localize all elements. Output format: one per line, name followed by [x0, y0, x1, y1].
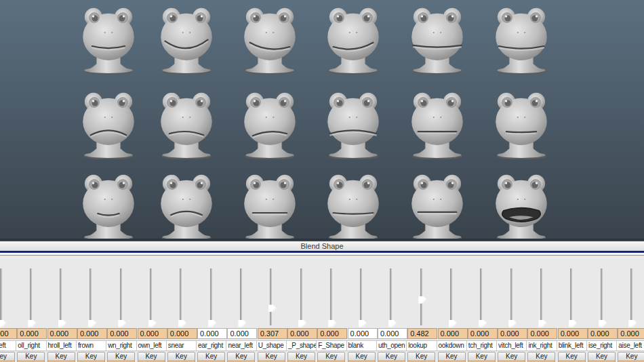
blend-slider-handle[interactable]: [298, 320, 307, 327]
target-name-label[interactable]: ear_right: [196, 340, 228, 351]
blend-slider-handle[interactable]: [508, 320, 517, 327]
key-button[interactable]: Key: [348, 352, 376, 361]
target-name-label[interactable]: frown: [76, 340, 108, 351]
weight-value-field[interactable]: 0.000: [227, 328, 257, 339]
key-button[interactable]: Key: [407, 352, 435, 361]
key-button[interactable]: Key: [47, 352, 75, 361]
key-button[interactable]: Key: [167, 352, 195, 361]
target-name-label[interactable]: vitch_left: [496, 340, 528, 351]
blend-slider-track[interactable]: [360, 268, 362, 325]
target-name-label[interactable]: tch_right: [466, 340, 498, 351]
key-button[interactable]: Key: [378, 352, 405, 361]
key-button[interactable]: Key: [287, 352, 315, 361]
weight-value-field[interactable]: 0.000: [107, 328, 137, 339]
key-button[interactable]: Key: [498, 352, 525, 361]
key-button[interactable]: Key: [0, 352, 15, 361]
blend-slider-handle[interactable]: [569, 320, 578, 327]
key-button[interactable]: Key: [227, 352, 255, 361]
frog-head-model[interactable]: [233, 170, 307, 241]
blend-slider-track[interactable]: [601, 268, 603, 325]
blend-slider-track[interactable]: [330, 268, 332, 325]
target-name-label[interactable]: _P_shape: [286, 340, 318, 351]
target-name-label[interactable]: oll_right: [16, 340, 47, 351]
key-button[interactable]: Key: [527, 352, 555, 361]
target-name-label[interactable]: own_left: [136, 340, 168, 351]
blend-slider-handle[interactable]: [178, 320, 187, 327]
blend-slider-track[interactable]: [540, 268, 542, 325]
blend-slider-handle[interactable]: [328, 320, 337, 327]
target-name-label[interactable]: wn_right: [106, 340, 138, 351]
blend-slider-track[interactable]: [0, 268, 2, 325]
blend-slider-track[interactable]: [480, 268, 482, 325]
key-button[interactable]: Key: [197, 352, 225, 361]
blend-slider-handle[interactable]: [359, 320, 367, 327]
target-name-label[interactable]: ile_left: [0, 340, 18, 351]
frog-head-model[interactable]: [400, 170, 475, 241]
blend-slider-track[interactable]: [510, 268, 512, 325]
frog-head-model[interactable]: [233, 88, 307, 159]
blend-slider-handle[interactable]: [0, 320, 7, 327]
blend-slider-handle[interactable]: [208, 320, 217, 327]
blend-slider-track[interactable]: [89, 268, 92, 325]
blend-slider-track[interactable]: [150, 268, 152, 325]
weight-value-field[interactable]: 0.000: [17, 328, 47, 339]
key-button[interactable]: Key: [258, 352, 285, 361]
frog-head-model[interactable]: [316, 88, 390, 159]
weight-value-field[interactable]: 0.000: [618, 328, 644, 339]
frog-head-model[interactable]: [484, 170, 559, 241]
key-button[interactable]: Key: [558, 352, 586, 361]
target-name-label[interactable]: uth_open: [376, 340, 408, 351]
target-name-label[interactable]: blank: [346, 340, 378, 351]
blend-slider-track[interactable]: [210, 268, 212, 325]
key-button[interactable]: Key: [438, 352, 466, 361]
target-name-label[interactable]: ise_right: [586, 340, 618, 351]
weight-value-field[interactable]: 0.000: [588, 328, 618, 339]
blend-slider-handle[interactable]: [148, 320, 157, 327]
blend-slider-handle[interactable]: [238, 320, 247, 327]
target-name-label[interactable]: ookdown: [437, 340, 468, 351]
blend-slider-handle[interactable]: [599, 320, 607, 327]
blend-slider-handle[interactable]: [88, 320, 97, 327]
target-name-label[interactable]: ink_right: [526, 340, 558, 351]
weight-value-field[interactable]: 0.000: [167, 328, 197, 339]
weight-value-field[interactable]: 0.000: [287, 328, 317, 339]
weight-value-field[interactable]: 0.000: [197, 328, 227, 339]
weight-value-field[interactable]: 0.000: [468, 328, 498, 339]
blend-slider-track[interactable]: [630, 268, 632, 325]
weight-value-field[interactable]: 0.000: [378, 328, 407, 339]
frog-head-model[interactable]: [71, 3, 146, 75]
viewport-3d[interactable]: [0, 0, 644, 239]
blend-slider-track[interactable]: [390, 268, 392, 325]
weight-value-field[interactable]: 0.482: [407, 328, 437, 339]
blend-slider-handle[interactable]: [388, 320, 397, 327]
blend-slider-track[interactable]: [570, 268, 572, 325]
frog-head-model[interactable]: [149, 170, 224, 241]
blend-slider-handle[interactable]: [538, 320, 547, 327]
weight-value-field[interactable]: 0.000: [438, 328, 468, 339]
weight-value-field[interactable]: 0.000: [0, 328, 17, 339]
frog-head-model[interactable]: [316, 170, 390, 241]
weight-value-field[interactable]: 0.000: [498, 328, 527, 339]
frog-head-model[interactable]: [233, 3, 307, 75]
blend-slider-handle[interactable]: [28, 320, 37, 327]
weight-value-field[interactable]: 0.000: [47, 328, 77, 339]
frog-head-model[interactable]: [71, 88, 146, 159]
target-name-label[interactable]: F_Shape: [316, 340, 348, 351]
weight-value-field[interactable]: 0.000: [348, 328, 378, 339]
blend-slider-handle[interactable]: [418, 296, 427, 304]
key-button[interactable]: Key: [77, 352, 105, 361]
weight-value-field[interactable]: 0.000: [77, 328, 107, 339]
blend-slider-track[interactable]: [300, 268, 302, 325]
key-button[interactable]: Key: [588, 352, 616, 361]
target-name-label[interactable]: blink_left: [557, 340, 588, 351]
frog-head-model[interactable]: [484, 88, 559, 159]
blend-slider-track[interactable]: [30, 268, 32, 325]
key-button[interactable]: Key: [468, 352, 496, 361]
frog-head-model[interactable]: [316, 3, 390, 75]
weight-value-field[interactable]: 0.000: [527, 328, 557, 339]
target-name-label[interactable]: lookup: [406, 340, 438, 351]
target-name-label[interactable]: snear: [166, 340, 198, 351]
frog-head-model[interactable]: [484, 3, 559, 75]
blend-slider-track[interactable]: [60, 268, 62, 325]
blend-slider-track[interactable]: [450, 268, 452, 325]
